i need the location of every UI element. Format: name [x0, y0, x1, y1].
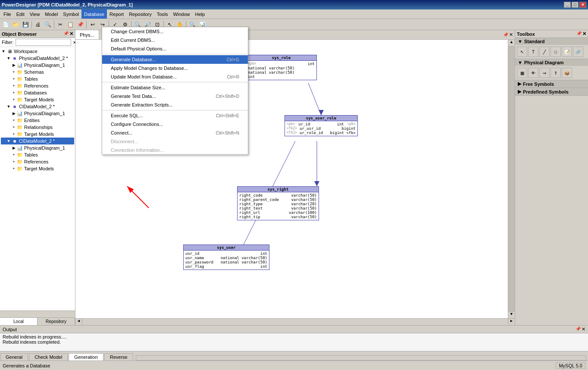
dd-execute-sql[interactable]: Execute SQL... Ctrl+Shift+E [102, 111, 248, 120]
dd-generate-extraction[interactable]: Generate Extraction Scripts... [102, 100, 248, 109]
dd-edit-dbms[interactable]: Edit Current DBMS... [102, 36, 248, 44]
dd-connect[interactable]: Connect... Ctrl+Shift+N [102, 129, 248, 137]
dd-disconnect: Disconnect... [102, 137, 248, 146]
dd-configure-connections-label: Configure Connections... [111, 122, 163, 127]
dd-estimate-size-label: Estimate Database Size... [111, 85, 166, 90]
dd-generate-test-label: Generate Test Data... [111, 94, 156, 99]
dropdown-menu: Change Current DBMS... Edit Current DBMS… [102, 27, 248, 155]
dd-test-shortcut: Ctrl+Shift+D [216, 94, 239, 99]
dd-change-dbms-label: Change Current DBMS... [111, 29, 163, 34]
dd-sql-shortcut: Ctrl+Shift+E [216, 113, 239, 118]
dd-apply-model-label: Apply Model Changes to Database... [111, 66, 188, 71]
dd-disconnect-label: Disconnect... [111, 139, 138, 144]
dd-sep2 [102, 82, 248, 82]
dd-update-model[interactable]: Update Model from Database... Ctrl+R [102, 72, 248, 81]
dd-apply-model[interactable]: Apply Model Changes to Database... [102, 64, 248, 72]
dd-connection-info: Connection Information... [102, 146, 248, 154]
dd-update-model-label: Update Model from Database... [111, 74, 177, 79]
dd-estimate-size[interactable]: Estimate Database Size... [102, 83, 248, 92]
dd-connection-info-label: Connection Information... [111, 147, 164, 153]
dd-generate-database-label: Generate Database... [111, 57, 156, 62]
dd-edit-dbms-label: Edit Current DBMS... [111, 38, 155, 43]
dd-generate-shortcut: Ctrl+G [227, 57, 239, 62]
dd-execute-sql-label: Execute SQL... [111, 113, 143, 118]
dd-update-shortcut: Ctrl+R [227, 75, 239, 79]
dd-sep1 [102, 54, 248, 54]
dd-default-options[interactable]: Default Physical Options... [102, 44, 248, 53]
dd-connect-label: Connect... [111, 130, 132, 135]
dd-generate-database[interactable]: Generate Database... Ctrl+G [102, 55, 248, 64]
dd-default-options-label: Default Physical Options... [111, 46, 166, 51]
dd-connect-shortcut: Ctrl+Shift+N [216, 131, 239, 135]
dropdown-overlay[interactable] [0, 0, 588, 370]
dd-generate-test[interactable]: Generate Test Data... Ctrl+Shift+D [102, 92, 248, 100]
dd-change-dbms[interactable]: Change Current DBMS... [102, 27, 248, 36]
dd-configure-connections[interactable]: Configure Connections... [102, 120, 248, 129]
dd-generate-extraction-label: Generate Extraction Scripts... [111, 102, 173, 107]
dd-sep3 [102, 110, 248, 110]
